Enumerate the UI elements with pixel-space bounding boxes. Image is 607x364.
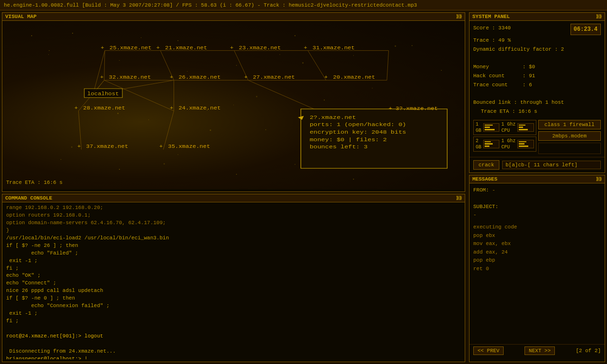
crack-input[interactable] — [502, 161, 601, 169]
code-line: executing code — [473, 223, 601, 232]
map-content[interactable]: + 25.xmaze.net + 21.xmaze.net + 23.xmaze… — [2, 21, 465, 189]
modem-button[interactable]: 2mbps.modem — [538, 131, 601, 141]
svg-point-1 — [49, 50, 49, 51]
spacer — [473, 54, 601, 63]
ram1-bars — [483, 123, 499, 132]
ram2-bars — [483, 140, 499, 148]
svg-text:+: + — [324, 74, 328, 80]
prev-button[interactable]: << PREV — [473, 346, 504, 355]
cpu1-bars — [517, 123, 533, 132]
crack-button[interactable]: crack — [473, 160, 499, 170]
svg-line-24 — [93, 51, 105, 94]
money-value: : $0 — [523, 63, 535, 72]
trace-count-row: Trace count : 6 — [473, 81, 601, 90]
code-line: mov eax, ebx — [473, 240, 601, 248]
console-line: fi ; — [6, 265, 461, 273]
visual-map-header: VISUAL MAP ⟫⟫ — [2, 13, 465, 21]
subject-row: SUBJECT: — [473, 203, 601, 211]
ram2-unit: 2GB 1 GhzCPU — [473, 136, 536, 152]
cpu1-label: 1 GhzCPU — [501, 121, 515, 134]
console-line: if [ $? -ne 0 ] ; then — [6, 295, 461, 302]
svg-text:ports:  1 (open/hacked:  0): ports: 1 (open/hacked: 0) — [310, 122, 406, 128]
spacer2 — [473, 90, 601, 99]
code-line: ret 0 — [473, 265, 601, 273]
svg-point-19 — [178, 154, 178, 155]
console-line: exit -1 ; — [6, 310, 461, 318]
trace-eta-label: Trace ETA : 16:6 s — [473, 107, 601, 116]
svg-point-7 — [353, 55, 354, 56]
svg-text:+: + — [101, 45, 104, 50]
svg-text:money:  $0 | files:  2: money: $0 | files: 2 — [310, 137, 387, 143]
svg-text:+: + — [159, 144, 163, 149]
trace-count-value: : 6 — [523, 81, 532, 90]
svg-text:+: + — [244, 74, 248, 80]
subject-value: - — [473, 211, 601, 219]
svg-text:26.xmaze.net: 26.xmaze.net — [178, 74, 221, 80]
from-value: - — [492, 187, 496, 193]
svg-text:+: + — [156, 45, 160, 50]
console-line: } — [6, 227, 461, 235]
console-header: COMMAND CONSOLE ⟫⟫ — [2, 194, 465, 202]
console-line: option routers 192.168.0.1; — [6, 212, 461, 219]
svg-point-3 — [119, 60, 120, 61]
visual-map-icon: ⟫⟫ — [456, 14, 462, 19]
spacer — [473, 194, 601, 203]
svg-point-6 — [294, 35, 295, 36]
console-line: echo "OK" ; — [6, 272, 461, 280]
console-line: if [ $? -ne 26 ] ; then — [6, 242, 461, 250]
console-blank — [6, 340, 461, 348]
svg-point-13 — [266, 129, 266, 130]
ram1-label: 1GB — [476, 121, 481, 134]
crack-section: crack — [469, 157, 605, 173]
timer-display: 06:23.4 — [570, 24, 601, 35]
svg-text:bounces left:  3: bounces left: 3 — [310, 144, 368, 150]
messages-icon: ⟫⟫ — [596, 176, 602, 182]
ram2-label: 2GB — [476, 138, 481, 150]
svg-point-20 — [236, 174, 237, 174]
from-label: FROM: — [473, 187, 489, 193]
svg-point-21 — [294, 164, 295, 164]
svg-text:+: + — [100, 74, 104, 80]
console-line: /usr/local/bin/eci-load2 /usr/local/bin/… — [6, 235, 461, 242]
command-console-panel: COMMAND CONSOLE ⟫⟫ range 192.168.0.2 192… — [2, 194, 465, 362]
svg-text:31.xmaze.net: 31.xmaze.net — [313, 45, 355, 50]
console-line: range 192.168.0.2 192.168.0.20; — [6, 204, 461, 212]
trace-count-label: Trace count — [473, 81, 521, 90]
subject-label: SUBJECT: — [473, 204, 498, 209]
console-line: root@24.xmaze.net[901]:> logout — [6, 333, 461, 340]
page-indicator: [2 of 2] — [576, 348, 601, 354]
svg-point-14 — [324, 100, 325, 100]
svg-text:+: + — [304, 45, 308, 50]
svg-point-5 — [236, 65, 237, 65]
difficulty-label: Dynamic difficulty factor : 2 — [473, 45, 601, 54]
visual-map-title: VISUAL MAP — [5, 14, 37, 19]
messages-title: MESSAGES — [472, 176, 497, 182]
system-panel-header: SYSTEM PANEL ⟫⟫ — [469, 13, 605, 21]
cpu2-bars — [517, 140, 533, 148]
code-line: add eax, 24 — [473, 248, 601, 257]
svg-text:+ 3?.xmaze.net: + 3?.xmaze.net — [389, 106, 438, 111]
map-svg: + 25.xmaze.net + 21.xmaze.net + 23.xmaze… — [2, 21, 465, 189]
money-row: Money : $0 — [473, 63, 601, 72]
svg-point-9 — [441, 70, 441, 71]
svg-text:encryption key:  2048 bits: encryption key: 2048 bits — [310, 129, 406, 136]
svg-text:+: + — [74, 105, 78, 111]
firewall-button[interactable]: class 1 firewall — [538, 120, 601, 129]
svg-text:23.xmaze.net: 23.xmaze.net — [239, 45, 281, 50]
svg-point-2 — [72, 33, 73, 34]
svg-text:25.xmaze.net: 25.xmaze.net — [110, 45, 152, 50]
console-line: Disconnecting from 24.xmaze.net... — [6, 348, 461, 355]
svg-text:28.xmaze.net: 28.xmaze.net — [83, 105, 125, 111]
svg-text:21.xmaze.net: 21.xmaze.net — [165, 45, 207, 50]
svg-line-35 — [104, 51, 105, 81]
svg-point-22 — [353, 179, 354, 180]
console-content[interactable]: range 192.168.0.2 192.168.0.20; option r… — [2, 202, 465, 359]
svg-text:20.xmaze.net: 20.xmaze.net — [333, 74, 375, 80]
hack-count-row: Hack count : 91 — [473, 72, 601, 81]
svg-line-39 — [387, 51, 389, 81]
console-blank — [6, 325, 461, 333]
score-row: Score : 3340 06:23.4 — [473, 24, 601, 35]
next-button[interactable]: NEXT >> — [524, 346, 555, 355]
svg-text:37.xmaze.net: 37.xmaze.net — [86, 144, 128, 149]
svg-text:+: + — [230, 45, 234, 50]
